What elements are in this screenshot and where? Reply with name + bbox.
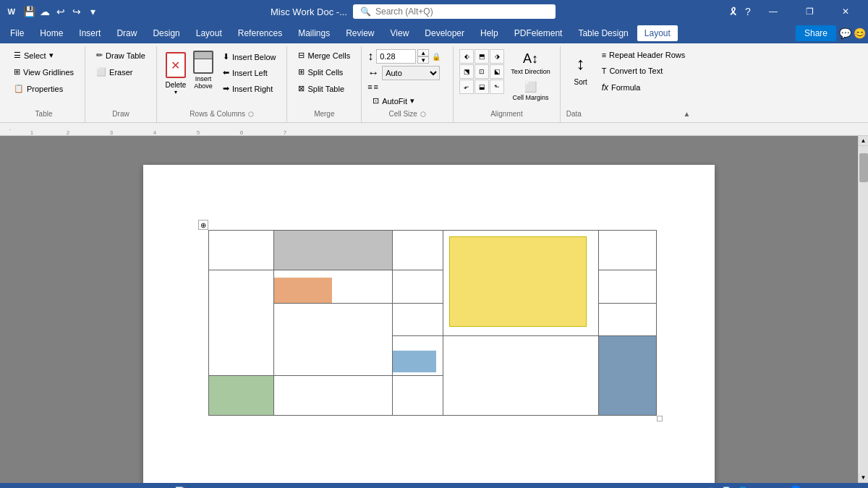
cell-r2c3[interactable] [393, 270, 443, 304]
align-mid-left[interactable]: ⬔ [459, 64, 474, 79]
menu-layout-active[interactable]: Layout [637, 25, 678, 41]
customize-icon[interactable]: ▾ [87, 6, 98, 17]
height-down-arrow[interactable]: ▼ [417, 56, 429, 64]
cell-r1c4-merged[interactable] [443, 231, 599, 336]
menu-review[interactable]: Review [339, 25, 381, 41]
cell-r5c3[interactable] [393, 376, 443, 416]
align-top-center[interactable]: ⬒ [475, 49, 489, 64]
search-icon: 🔍 [360, 7, 371, 17]
cell-r1c1[interactable] [209, 231, 274, 270]
menu-layout[interactable]: Layout [189, 25, 229, 41]
cell-r5c2[interactable] [273, 376, 393, 416]
properties-button[interactable]: 📋 Properties [9, 81, 79, 96]
insert-left-button[interactable]: ⬅ Insert Left [218, 65, 281, 80]
delete-button[interactable]: ✕ Delete ▾ [163, 46, 189, 95]
split-table-button[interactable]: ⊠ Split Table [293, 81, 355, 96]
eraser-button[interactable]: ⬜ Eraser [91, 64, 150, 80]
cell-r1c3[interactable] [393, 231, 443, 270]
view-gridlines-button[interactable]: ⊞ View Gridlines [9, 64, 79, 80]
height-input[interactable] [376, 49, 416, 64]
insert-above-button[interactable]: InsertAbove [190, 46, 216, 90]
text-direction-button[interactable]: A↕ Text Direction [507, 49, 554, 77]
cell-size-expand-icon[interactable]: ⬡ [420, 111, 426, 118]
merge-cells-button[interactable]: ⊟ Merge Cells [293, 48, 355, 63]
scroll-down-arrow[interactable]: ▼ [859, 473, 869, 483]
autosave-icon[interactable]: ☁ [39, 6, 51, 17]
align-bot-right[interactable]: ⬑ [490, 80, 504, 94]
repeat-header-rows-button[interactable]: ≡ Repeat Header Rows [597, 48, 691, 62]
menu-pdfelement[interactable]: PDFelement [507, 25, 570, 41]
height-up-arrow[interactable]: ▲ [417, 49, 429, 56]
cell-r4c5-merged[interactable] [599, 336, 657, 416]
menu-help[interactable]: Help [473, 25, 506, 41]
menu-table-design[interactable]: Table Design [571, 25, 635, 41]
ribbon-display-icon[interactable]: 🎗 [728, 6, 739, 17]
close-button[interactable]: ✕ [829, 0, 862, 23]
select-button[interactable]: ☰ Select ▾ [9, 48, 79, 63]
cell-r3c2-merged[interactable] [273, 304, 393, 376]
insert-below-button[interactable]: ⬇ Insert Below [218, 49, 281, 64]
maximize-button[interactable]: ❐ [793, 0, 826, 23]
width-icon: ↔ [367, 67, 379, 80]
title-bar: W 💾 ☁ ↩ ↪ ▾ Misc Work Doc -... 🔍 🎗 ? — ❐… [0, 0, 868, 23]
align-bot-center[interactable]: ⬓ [475, 80, 489, 94]
autofit-button[interactable]: ⊡ AutoFit ▾ [367, 93, 447, 108]
scroll-up-arrow[interactable]: ▲ [859, 136, 869, 146]
save-icon[interactable]: 💾 [23, 6, 35, 17]
share-button[interactable]: Share [796, 25, 836, 41]
cell-r3c3[interactable] [393, 304, 443, 336]
formula-button[interactable]: fx Formula [597, 80, 691, 95]
cell-margins-icon: ⬜ [524, 81, 537, 93]
cell-margins-button[interactable]: ⬜ Cell Margins [507, 79, 554, 103]
rows-cols-expand-icon[interactable]: ⬡ [248, 111, 254, 118]
cell-r5c1-green[interactable] [209, 376, 274, 416]
menu-insert[interactable]: Insert [72, 25, 108, 41]
menu-design[interactable]: Design [145, 25, 187, 41]
undo-icon[interactable]: ↩ [55, 6, 67, 17]
scroll-area[interactable]: ⊕ [0, 136, 858, 483]
search-input[interactable] [375, 7, 520, 17]
cell-r2c5[interactable] [599, 270, 657, 304]
split-cells-button[interactable]: ⊞ Split Cells [293, 64, 355, 80]
face-icon[interactable]: 😊 [854, 27, 865, 39]
delete-icon-wrapper: ✕ [163, 49, 189, 81]
convert-to-text-button[interactable]: T Convert to Text [597, 64, 691, 78]
align-top-left[interactable]: ⬖ [459, 49, 474, 64]
page-container: ⊕ [0, 136, 858, 483]
draw-table-button[interactable]: ✏ Draw Table [91, 48, 150, 63]
table-resize-handle[interactable] [657, 416, 663, 421]
redo-icon[interactable]: ↪ [71, 6, 82, 17]
width-select[interactable]: Auto [382, 66, 440, 80]
help-icon[interactable]: ? [742, 6, 754, 17]
cell-r2c1-merged[interactable] [209, 270, 274, 376]
minimize-button[interactable]: — [757, 0, 790, 23]
right-scrollbar[interactable]: ▲ ▼ [858, 136, 868, 483]
cell-r3c5[interactable] [599, 304, 657, 336]
menu-references[interactable]: References [231, 25, 289, 41]
cell-r2c2[interactable] [273, 270, 393, 304]
scroll-thumb[interactable] [859, 153, 868, 182]
comments-icon[interactable]: 💬 [839, 27, 851, 39]
cell-r4c4-merged[interactable] [443, 336, 599, 416]
align-mid-center[interactable]: ⊡ [475, 64, 489, 79]
data-collapse-icon[interactable]: ▲ [683, 110, 690, 118]
draw-group-content: ✏ Draw Table ⬜ Eraser [91, 46, 150, 108]
menu-developer[interactable]: Developer [417, 25, 472, 41]
menu-file[interactable]: File [3, 25, 31, 41]
insert-right-button[interactable]: ➡ Insert Right [218, 81, 281, 96]
menu-mailings[interactable]: Mailings [291, 25, 337, 41]
sort-button[interactable]: ↕ Sort [566, 46, 595, 86]
menu-view[interactable]: View [383, 25, 417, 41]
align-mid-right[interactable]: ⬕ [490, 64, 504, 79]
menu-home[interactable]: Home [33, 25, 70, 41]
search-bar[interactable]: 🔍 [353, 4, 556, 19]
align-top-right[interactable]: ⬗ [490, 49, 504, 64]
zoom-slider[interactable] [767, 485, 825, 488]
table-move-handle[interactable]: ⊕ [198, 220, 208, 230]
rows-cols-content: ✕ Delete ▾ InsertAbove ⬇ Insert [163, 46, 281, 108]
cell-r1c2[interactable] [273, 231, 393, 270]
align-bot-left[interactable]: ⬐ [459, 80, 474, 94]
cell-r4c3[interactable] [393, 336, 443, 376]
menu-draw[interactable]: Draw [109, 25, 144, 41]
cell-r1c5[interactable] [599, 231, 657, 270]
